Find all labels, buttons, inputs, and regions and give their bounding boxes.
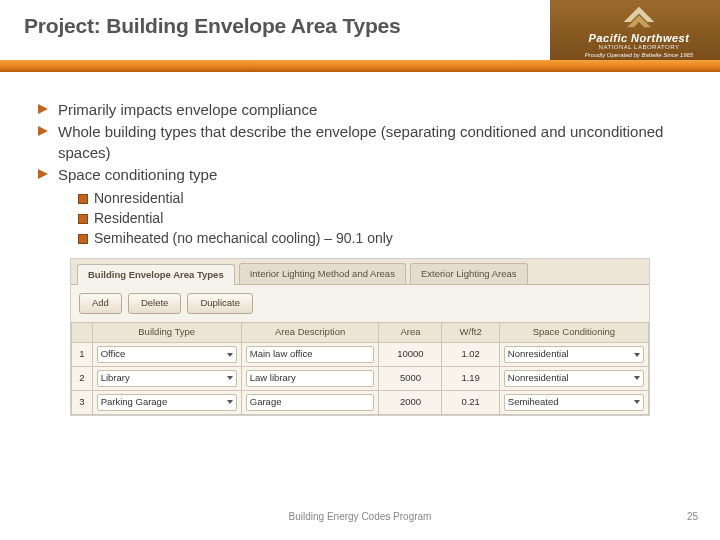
wft2-cell: 0.21 <box>442 390 499 414</box>
decorative-bar <box>0 60 720 72</box>
duplicate-button[interactable]: Duplicate <box>187 293 253 314</box>
col-building-type: Building Type <box>92 323 241 343</box>
add-button[interactable]: Add <box>79 293 122 314</box>
slide-header: Project: Building Envelope Area Types Pa… <box>0 0 720 78</box>
row-index: 3 <box>72 390 93 414</box>
delete-button[interactable]: Delete <box>128 293 181 314</box>
area-cell[interactable]: 2000 <box>379 390 442 414</box>
sub-bullet-list: Nonresidential Residential Semiheated (n… <box>78 189 682 248</box>
page-number: 25 <box>687 511 698 522</box>
logo-tagline-text: Proudly Operated by Battelle Since 1965 <box>574 52 704 58</box>
area-description-cell[interactable]: Law library <box>241 366 379 390</box>
slide-body: Primarily impacts envelope compliance Wh… <box>0 78 720 416</box>
bullet-item: Primarily impacts envelope compliance <box>38 100 682 120</box>
col-wft2: W/ft2 <box>442 323 499 343</box>
area-description-cell[interactable]: Garage <box>241 390 379 414</box>
area-description-cell[interactable]: Main law office <box>241 343 379 367</box>
area-cell[interactable]: 5000 <box>379 366 442 390</box>
sub-bullet-item: Semiheated (no mechanical cooling) – 90.… <box>78 229 682 248</box>
col-space-conditioning: Space Conditioning <box>499 323 648 343</box>
logo-brand-text: Pacific Northwest <box>574 32 704 44</box>
tab-interior-lighting[interactable]: Interior Lighting Method and Areas <box>239 263 406 285</box>
bullet-item: Whole building types that describe the e… <box>38 122 682 163</box>
sub-bullet-item: Residential <box>78 209 682 228</box>
main-bullet-list: Primarily impacts envelope compliance Wh… <box>38 100 682 185</box>
building-type-cell[interactable]: Office <box>92 343 241 367</box>
building-type-cell[interactable]: Library <box>92 366 241 390</box>
wft2-cell: 1.19 <box>442 366 499 390</box>
table-header-row: Building Type Area Description Area W/ft… <box>72 323 649 343</box>
row-index: 2 <box>72 366 93 390</box>
wft2-cell: 1.02 <box>442 343 499 367</box>
col-num <box>72 323 93 343</box>
chevron-down-icon <box>227 400 233 404</box>
chevron-down-icon <box>634 400 640 404</box>
sub-bullet-item: Nonresidential <box>78 189 682 208</box>
toolbar: Add Delete Duplicate <box>71 285 649 322</box>
chevron-down-icon <box>227 376 233 380</box>
chevron-down-icon <box>634 376 640 380</box>
area-cell[interactable]: 10000 <box>379 343 442 367</box>
table-row: 3Parking GarageGarage20000.21Semiheated <box>72 390 649 414</box>
building-type-cell[interactable]: Parking Garage <box>92 390 241 414</box>
area-types-table: Building Type Area Description Area W/ft… <box>71 322 649 414</box>
table-row: 1OfficeMain law office100001.02Nonreside… <box>72 343 649 367</box>
tab-envelope[interactable]: Building Envelope Area Types <box>77 264 235 286</box>
tab-exterior-lighting[interactable]: Exterior Lighting Areas <box>410 263 528 285</box>
col-area: Area <box>379 323 442 343</box>
row-index: 1 <box>72 343 93 367</box>
logo-mark-icon <box>622 4 656 30</box>
chevron-down-icon <box>634 353 640 357</box>
bullet-item: Space conditioning type <box>38 165 682 185</box>
embedded-screenshot: Building Envelope Area Types Interior Li… <box>70 258 650 416</box>
space-conditioning-cell[interactable]: Nonresidential <box>499 343 648 367</box>
chevron-down-icon <box>227 353 233 357</box>
space-conditioning-cell[interactable]: Semiheated <box>499 390 648 414</box>
col-area-description: Area Description <box>241 323 379 343</box>
table-row: 2LibraryLaw library50001.19Nonresidentia… <box>72 366 649 390</box>
tab-bar: Building Envelope Area Types Interior Li… <box>71 259 649 286</box>
logo-sub-text: NATIONAL LABORATORY <box>574 44 704 50</box>
brand-logo: Pacific Northwest NATIONAL LABORATORY Pr… <box>574 4 704 58</box>
footer-text: Building Energy Codes Program <box>0 511 720 522</box>
space-conditioning-cell[interactable]: Nonresidential <box>499 366 648 390</box>
